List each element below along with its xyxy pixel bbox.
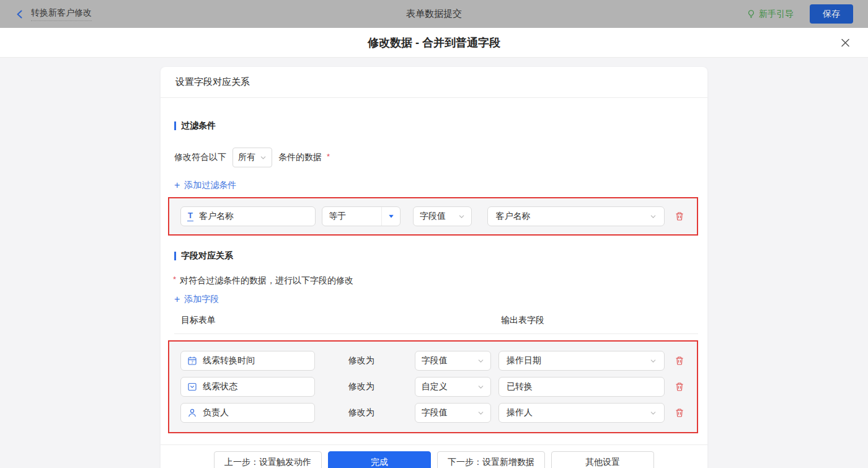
target-field-select[interactable]: 线索状态 <box>180 377 315 397</box>
custom-value-input[interactable]: 已转换 <box>498 377 665 397</box>
match-prefix-label: 修改符合以下 <box>174 152 226 163</box>
mapping-column-headers: 目标表单 输出表字段 <box>174 315 698 334</box>
add-filter-condition-link[interactable]: + 添加过滤条件 <box>174 180 236 191</box>
done-button[interactable]: 完成 <box>328 451 431 468</box>
prev-step-button[interactable]: 上一步：设置触发动作 <box>214 451 322 468</box>
operator-value: 等于 <box>322 211 381 222</box>
person-icon <box>187 408 197 418</box>
lightbulb-icon <box>746 9 756 19</box>
trash-icon <box>675 211 684 221</box>
trash-icon <box>675 408 684 418</box>
mapping-description-row: * 对符合过滤条件的数据，进行以下字段的修改 <box>174 275 698 286</box>
next-step-button[interactable]: 下一步：设置新增数据 <box>437 451 545 468</box>
mapping-section-label: 字段对应关系 <box>181 250 233 262</box>
chevron-left-icon <box>15 9 25 19</box>
value-type-select[interactable]: 字段值 <box>413 206 472 226</box>
trash-icon <box>675 382 684 392</box>
mapping-row: 线索状态 修改为 自定义 已转换 <box>180 377 686 397</box>
settings-panel: 设置字段对应关系 过滤条件 修改符合以下 所有 条件的数据 * + <box>161 67 707 468</box>
add-field-link[interactable]: + 添加字段 <box>174 294 219 305</box>
value-type-value: 字段值 <box>420 211 446 222</box>
value-type-value: 字段值 <box>422 355 448 366</box>
target-field-select[interactable]: 7 线索转换时间 <box>180 351 315 371</box>
target-field-select[interactable]: 负责人 <box>180 403 315 423</box>
trash-icon <box>675 356 684 366</box>
filter-field-value: 客户名称 <box>199 211 234 222</box>
operator-select[interactable]: 等于 <box>322 206 401 226</box>
filter-value: 客户名称 <box>495 211 530 222</box>
filter-section-label: 过滤条件 <box>181 120 216 131</box>
close-icon[interactable] <box>838 35 853 50</box>
mapping-highlight-box: 7 线索转换时间 修改为 字段值 <box>168 340 698 433</box>
plus-icon: + <box>174 294 180 304</box>
output-field-select[interactable]: 操作人 <box>498 403 665 423</box>
add-filter-condition-label: 添加过滤条件 <box>184 180 236 191</box>
value-type-value: 字段值 <box>422 407 448 418</box>
chevron-down-icon <box>458 213 465 220</box>
mapping-description: 对符合过滤条件的数据，进行以下字段的修改 <box>180 275 353 286</box>
triangle-down-icon <box>381 207 400 226</box>
filter-section-title: 过滤条件 <box>174 98 698 131</box>
column-output-field: 输出表字段 <box>501 315 544 326</box>
target-field-value: 线索转换时间 <box>203 355 255 366</box>
required-mark: * <box>327 152 330 161</box>
beginner-guide-link[interactable]: 新手引导 <box>746 9 794 20</box>
calendar-icon: 7 <box>187 356 197 366</box>
section-accent-bar <box>174 121 176 130</box>
delete-mapping-button[interactable] <box>673 407 686 419</box>
save-button[interactable]: 保存 <box>810 4 853 24</box>
modify-to-label: 修改为 <box>348 381 381 392</box>
filter-field-select[interactable]: T 客户名称 <box>180 206 316 226</box>
mapping-section-title: 字段对应关系 <box>174 236 698 262</box>
chevron-down-icon <box>477 384 484 391</box>
output-field-value: 操作日期 <box>507 355 541 366</box>
target-field-value: 线索状态 <box>203 381 237 392</box>
modal-header: 修改数据 - 合并到普通字段 <box>0 28 868 58</box>
output-field-value: 操作人 <box>507 407 533 418</box>
delete-filter-button[interactable] <box>673 210 686 223</box>
modal-title: 修改数据 - 合并到普通字段 <box>368 35 500 50</box>
text-field-icon: T <box>187 211 193 221</box>
chevron-down-icon <box>650 410 657 417</box>
value-type-value: 自定义 <box>422 381 448 392</box>
chevron-down-icon <box>477 358 484 364</box>
section-accent-bar <box>174 252 176 260</box>
match-condition-row: 修改符合以下 所有 条件的数据 * <box>174 148 698 167</box>
match-mode-value: 所有 <box>238 152 255 163</box>
modify-to-label: 修改为 <box>348 355 381 366</box>
chevron-down-icon <box>650 213 657 220</box>
dropdown-field-icon <box>187 382 197 392</box>
required-mark: * <box>173 275 176 284</box>
delete-mapping-button[interactable] <box>673 355 686 367</box>
panel-header-title: 设置字段对应关系 <box>161 67 707 98</box>
topbar-title: 表单数据提交 <box>406 8 462 20</box>
back-button[interactable] <box>15 9 25 19</box>
mapping-row: 7 线索转换时间 修改为 字段值 <box>180 351 686 371</box>
delete-mapping-button[interactable] <box>673 381 686 393</box>
chevron-down-icon <box>260 154 267 161</box>
filter-condition-row: T 客户名称 等于 字段值 <box>180 206 686 226</box>
match-suffix-label: 条件的数据 <box>278 152 322 163</box>
svg-text:7: 7 <box>191 360 193 364</box>
column-target-form: 目标表单 <box>181 315 501 326</box>
chevron-down-icon <box>477 410 484 417</box>
value-type-select[interactable]: 字段值 <box>415 403 491 423</box>
modal-body: 设置字段对应关系 过滤条件 修改符合以下 所有 条件的数据 * + <box>0 58 868 468</box>
value-type-select[interactable]: 自定义 <box>415 377 491 397</box>
match-mode-select[interactable]: 所有 <box>232 148 272 167</box>
plus-icon: + <box>174 180 180 190</box>
value-type-select[interactable]: 字段值 <box>415 351 491 371</box>
chevron-down-icon <box>650 358 657 364</box>
modify-to-label: 修改为 <box>348 407 381 418</box>
output-field-select[interactable]: 操作日期 <box>498 351 665 371</box>
custom-value: 已转换 <box>507 381 533 392</box>
other-settings-button[interactable]: 其他设置 <box>551 451 654 468</box>
beginner-guide-label: 新手引导 <box>759 9 794 20</box>
target-field-value: 负责人 <box>203 407 229 418</box>
workflow-name[interactable]: 转换新客户修改 <box>31 7 92 21</box>
topbar: 转换新客户修改 表单数据提交 新手引导 保存 <box>0 0 868 28</box>
filter-highlight-box: T 客户名称 等于 字段值 <box>168 197 698 236</box>
filter-value-select[interactable]: 客户名称 <box>487 206 665 226</box>
mapping-row: 负责人 修改为 字段值 操作人 <box>180 403 686 423</box>
panel-footer: 上一步：设置触发动作 完成 下一步：设置新增数据 其他设置 <box>161 444 707 468</box>
